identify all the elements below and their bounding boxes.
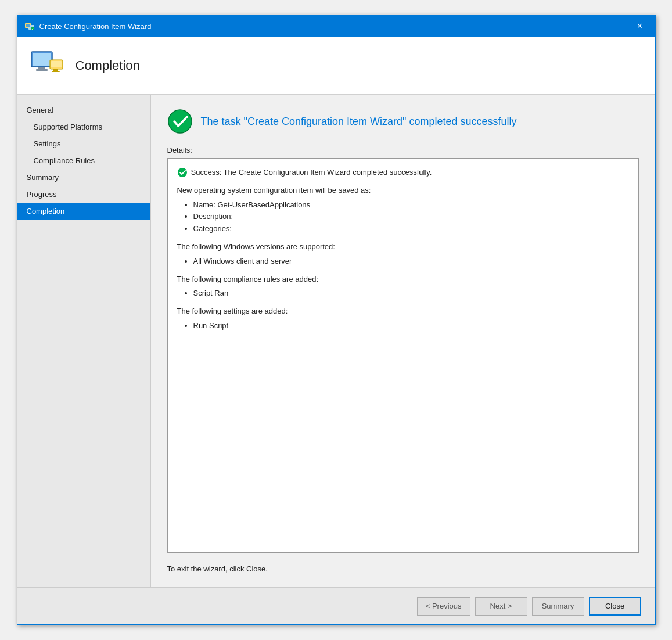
settings-intro: The following settings are added:: [177, 305, 629, 318]
list-item: Script Ran: [193, 287, 629, 300]
svg-point-14: [178, 168, 187, 177]
details-box: Success: The Create Configuration Item W…: [167, 158, 639, 553]
sidebar-item-progress[interactable]: Progress: [17, 186, 150, 203]
list-item: Name: Get-UserBasedApplications: [193, 199, 629, 211]
svg-rect-10: [51, 61, 62, 67]
list-item: Description:: [193, 211, 629, 223]
header-title: Completion: [76, 58, 140, 73]
svg-point-13: [168, 110, 192, 133]
success-message: Success: The Create Configuration Item W…: [191, 167, 432, 179]
footer: < Previous Next > Summary Close: [17, 587, 655, 624]
list-item: Categories:: [193, 223, 629, 235]
new-item-intro: New operating system configuration item …: [177, 185, 629, 197]
windows-intro: The following Windows versions are suppo…: [177, 241, 629, 253]
small-check-icon: [177, 167, 188, 178]
title-bar: ✓ Create Configuration Item Wizard ×: [17, 16, 655, 37]
summary-button[interactable]: Summary: [532, 597, 584, 616]
success-title-text: The task "Create Configuration Item Wiza…: [201, 116, 517, 128]
list-item: Run Script: [193, 320, 629, 332]
success-header: The task "Create Configuration Item Wiza…: [167, 109, 639, 134]
previous-button[interactable]: < Previous: [417, 597, 470, 616]
svg-rect-8: [36, 69, 48, 71]
svg-rect-6: [33, 53, 51, 66]
list-item: All Windows client and server: [193, 256, 629, 268]
sidebar-item-completion[interactable]: Completion: [17, 203, 150, 220]
exit-text: To exit the wizard, click Close.: [167, 565, 639, 573]
svg-rect-12: [52, 71, 60, 72]
title-bar-icon: ✓: [24, 21, 35, 31]
close-button[interactable]: Close: [589, 597, 641, 616]
sidebar-item-supported-platforms[interactable]: Supported Platforms: [17, 118, 150, 135]
compliance-intro: The following compliance rules are added…: [177, 274, 629, 286]
new-item-list: Name: Get-UserBasedApplications Descript…: [177, 199, 629, 235]
wizard-window: ✓ Create Configuration Item Wizard × Com…: [17, 15, 656, 625]
svg-text:✓: ✓: [31, 27, 34, 31]
success-large-icon: [167, 109, 193, 134]
sidebar: General Supported Platforms Settings Com…: [17, 95, 151, 587]
sidebar-item-compliance-rules[interactable]: Compliance Rules: [17, 152, 150, 169]
close-window-button[interactable]: ×: [632, 18, 648, 34]
windows-list: All Windows client and server: [177, 256, 629, 268]
body-area: General Supported Platforms Settings Com…: [17, 95, 655, 587]
header-area: Completion: [17, 37, 655, 95]
sidebar-item-settings[interactable]: Settings: [17, 135, 150, 152]
main-content: The task "Create Configuration Item Wiza…: [151, 95, 655, 587]
details-label: Details:: [167, 146, 639, 154]
svg-rect-2: [26, 24, 30, 27]
title-bar-text: Create Configuration Item Wizard: [39, 22, 632, 31]
next-button[interactable]: Next >: [475, 597, 527, 616]
compliance-list: Script Ran: [177, 287, 629, 300]
sidebar-item-general[interactable]: General: [17, 102, 150, 118]
settings-list: Run Script: [177, 320, 629, 332]
header-icon: [29, 47, 66, 84]
sidebar-item-summary[interactable]: Summary: [17, 169, 150, 186]
success-line: Success: The Create Configuration Item W…: [177, 167, 629, 179]
